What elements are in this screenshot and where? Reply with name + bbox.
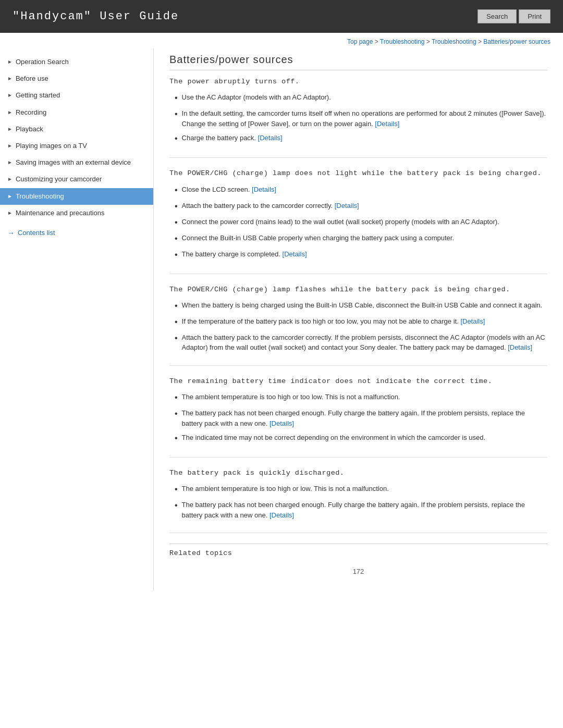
bullet-text: Connect the Built-in USB Cable properly … <box>182 233 454 243</box>
details-link[interactable]: [Details] <box>270 511 294 519</box>
bullet-icon: • <box>175 483 178 496</box>
sidebar-item-customizing[interactable]: ► Customizing your camcorder <box>0 171 153 188</box>
bullet-icon: • <box>175 408 178 420</box>
bullet-icon: • <box>175 184 178 196</box>
page-title: Batteries/power sources <box>169 54 547 70</box>
details-link[interactable]: [Details] <box>460 317 485 325</box>
section-title-5: The battery pack is quickly discharged. <box>169 468 547 478</box>
arrow-icon: ► <box>7 58 13 66</box>
bullet-icon: • <box>175 108 178 120</box>
sidebar-item-label: Playing images on a TV <box>16 141 87 151</box>
bullet-text: The indicated time may not be correct de… <box>182 433 485 443</box>
bullet-icon: • <box>175 249 178 261</box>
list-item: • Use the AC Adaptor (models with an AC … <box>175 92 547 104</box>
breadcrumb-top[interactable]: Top page <box>347 38 373 45</box>
bullet-text: The ambient temperature is too high or t… <box>182 392 400 402</box>
list-item: • Charge the battery pack. [Details] <box>175 133 547 145</box>
bullet-icon: • <box>175 216 178 229</box>
section-lamp-not-light: The POWER/CHG (charge) lamp does not lig… <box>169 168 547 274</box>
arrow-icon: ► <box>7 176 13 183</box>
arrow-icon: ► <box>7 126 13 133</box>
search-button[interactable]: Search <box>478 9 517 23</box>
breadcrumb-troubleshooting1[interactable]: Troubleshooting <box>380 38 425 45</box>
sidebar-item-playing-images[interactable]: ► Playing images on a TV <box>0 138 153 154</box>
bullet-text: When the battery is being charged using … <box>182 300 543 311</box>
bullet-list-4: • The ambient temperature is too high or… <box>169 392 547 445</box>
sidebar-item-label: Maintenance and precautions <box>16 208 105 218</box>
list-item: • The indicated time may not be correct … <box>175 433 547 445</box>
sidebar-item-label: Playback <box>16 125 43 134</box>
contents-list-link[interactable]: → Contents list <box>0 224 153 242</box>
arrow-icon: ► <box>7 209 13 217</box>
sidebar-item-label: Before use <box>16 74 48 83</box>
list-item: • If the temperature of the battery pack… <box>175 316 547 328</box>
details-link[interactable]: [Details] <box>270 419 294 427</box>
details-link[interactable]: [Details] <box>508 343 532 351</box>
print-button[interactable]: Print <box>519 9 550 23</box>
list-item: • Connect the Built-in USB Cable properl… <box>175 233 547 245</box>
sidebar-item-label: Getting started <box>16 91 60 100</box>
bullet-icon: • <box>175 92 178 104</box>
list-item: • The ambient temperature is too high or… <box>175 484 547 496</box>
bullet-icon: • <box>175 432 178 445</box>
details-link[interactable]: [Details] <box>375 120 399 128</box>
sidebar-item-operation-search[interactable]: ► Operation Search <box>0 54 153 70</box>
details-link[interactable]: [Details] <box>283 250 307 258</box>
details-link[interactable]: [Details] <box>258 134 283 142</box>
arrow-icon: ► <box>7 109 13 116</box>
bullet-text: The battery pack has not been charged en… <box>182 500 547 520</box>
bullet-text: Connect the power cord (mains lead) to t… <box>182 217 499 227</box>
bullet-text: Charge the battery pack. [Details] <box>182 133 283 143</box>
details-link[interactable]: [Details] <box>335 202 359 209</box>
bullet-icon: • <box>175 200 178 213</box>
section-title-1: The power abruptly turns off. <box>169 77 547 87</box>
bullet-text: The battery charge is completed. [Detail… <box>182 249 307 260</box>
list-item: • Attach the battery pack to the camcord… <box>175 332 547 353</box>
right-arrow-icon: → <box>7 229 15 237</box>
bullet-list-3: • When the battery is being charged usin… <box>169 300 547 353</box>
sidebar-item-maintenance[interactable]: ► Maintenance and precautions <box>0 205 153 221</box>
sidebar-item-label: Operation Search <box>16 57 69 67</box>
bullet-text: If the temperature of the battery pack i… <box>182 316 485 327</box>
bullet-list-1: • Use the AC Adaptor (models with an AC … <box>169 92 547 145</box>
sidebar-item-label: Saving images with an external device <box>16 158 131 167</box>
arrow-icon: ► <box>7 92 13 99</box>
arrow-icon: ► <box>7 193 13 200</box>
page-number: 172 <box>169 567 547 575</box>
sidebar: ► Operation Search ► Before use ► Gettin… <box>0 48 154 591</box>
sidebar-item-playback[interactable]: ► Playback <box>0 121 153 138</box>
list-item: • The ambient temperature is too high or… <box>175 392 547 404</box>
arrow-icon: ► <box>7 142 13 150</box>
sidebar-item-label: Recording <box>16 108 46 117</box>
list-item: • Close the LCD screen. [Details] <box>175 184 547 196</box>
bullet-text: Attach the battery pack to the camcorder… <box>182 332 547 353</box>
sidebar-item-before-use[interactable]: ► Before use <box>0 70 153 87</box>
breadcrumb-troubleshooting2[interactable]: Troubleshooting <box>432 38 476 45</box>
details-link[interactable]: [Details] <box>252 186 276 193</box>
list-item: • Connect the power cord (mains lead) to… <box>175 217 547 229</box>
breadcrumb-batteries[interactable]: Batteries/power sources <box>483 38 550 45</box>
app-title: "Handycam" User Guide <box>13 10 179 23</box>
bullet-icon: • <box>175 232 178 245</box>
sidebar-item-troubleshooting[interactable]: ► Troubleshooting <box>0 188 153 205</box>
bullet-icon: • <box>175 391 178 404</box>
section-lamp-flashes: The POWER/CHG (charge) lamp flashes whil… <box>169 285 547 366</box>
header-buttons: Search Print <box>478 9 550 23</box>
bullet-text: Use the AC Adaptor (models with an AC Ad… <box>182 92 331 103</box>
section-title-3: The POWER/CHG (charge) lamp flashes whil… <box>169 285 547 295</box>
bullet-text: In the default setting, the camcorder tu… <box>182 108 547 129</box>
section-title-2: The POWER/CHG (charge) lamp does not lig… <box>169 168 547 179</box>
bullet-text: The ambient temperature is too high or l… <box>182 484 389 494</box>
bullet-text: Attach the battery pack to the camcorder… <box>182 201 359 211</box>
contents-link-label: Contents list <box>18 229 55 237</box>
sidebar-item-saving-images[interactable]: ► Saving images with an external device <box>0 154 153 171</box>
bullet-icon: • <box>175 300 178 312</box>
bullet-list-2: • Close the LCD screen. [Details] • Atta… <box>169 184 547 261</box>
sidebar-item-recording[interactable]: ► Recording <box>0 104 153 121</box>
bullet-icon: • <box>175 499 178 512</box>
sidebar-item-label: Troubleshooting <box>16 192 64 201</box>
sidebar-item-label: Customizing your camcorder <box>16 175 102 184</box>
related-topics-label: Related topics <box>169 549 232 557</box>
sidebar-item-getting-started[interactable]: ► Getting started <box>0 87 153 104</box>
list-item: • Attach the battery pack to the camcord… <box>175 201 547 213</box>
